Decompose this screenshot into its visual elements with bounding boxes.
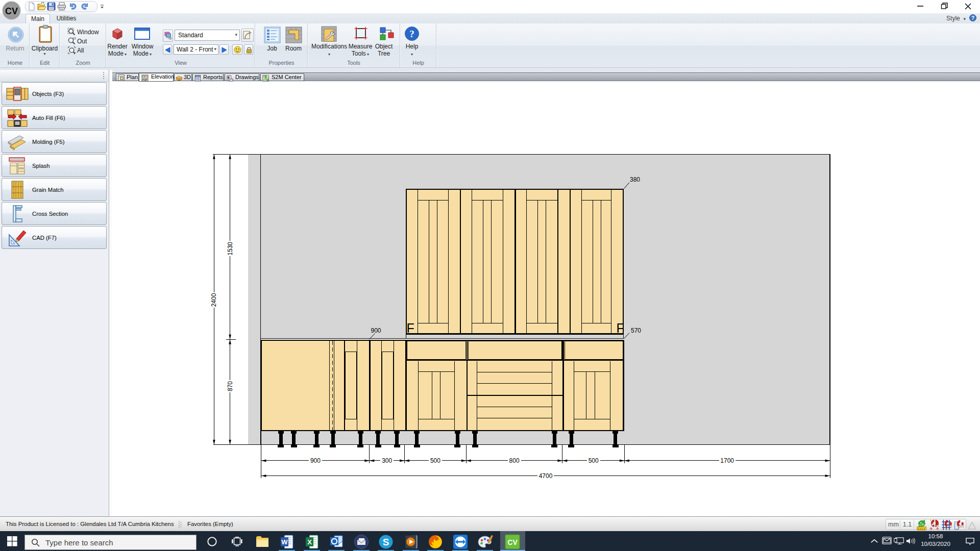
svg-text:500: 500 — [589, 457, 599, 464]
svg-text:900: 900 — [310, 457, 321, 464]
svg-text:S: S — [383, 537, 389, 547]
svg-text:300: 300 — [382, 457, 392, 464]
svg-text:4700: 4700 — [539, 472, 553, 480]
svg-text:X: X — [307, 538, 312, 546]
svg-text:W: W — [281, 538, 288, 546]
svg-text:380: 380 — [630, 176, 640, 183]
svg-text:F: F — [407, 321, 414, 335]
svg-text:2400: 2400 — [210, 293, 217, 307]
svg-text:CV: CV — [507, 538, 518, 546]
svg-text:F: F — [617, 321, 624, 335]
svg-text:CV: CV — [5, 6, 18, 16]
svg-text:800: 800 — [509, 457, 520, 464]
svg-text:500: 500 — [430, 457, 440, 464]
svg-text:1530: 1530 — [227, 242, 234, 256]
svg-text:570: 570 — [631, 327, 641, 334]
svg-text:?: ? — [971, 15, 974, 21]
svg-text:900: 900 — [371, 327, 381, 334]
svg-text:?: ? — [409, 29, 414, 39]
svg-text:1700: 1700 — [720, 457, 734, 464]
svg-text:870: 870 — [227, 381, 234, 391]
